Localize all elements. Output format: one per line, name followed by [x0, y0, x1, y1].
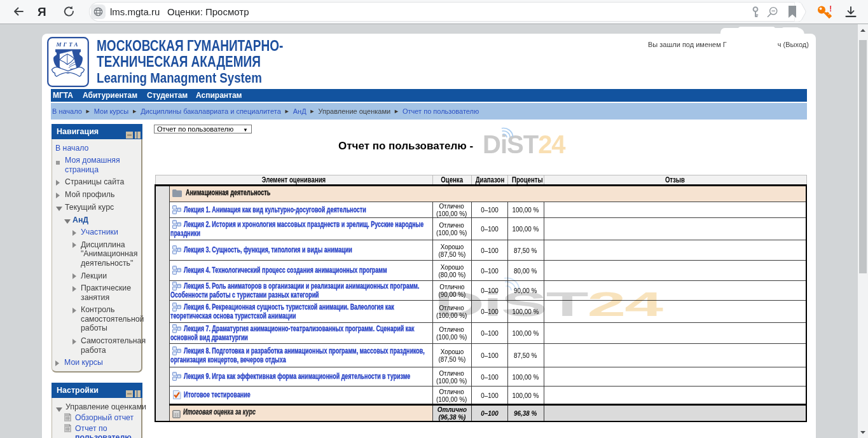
svg-text:!: !	[829, 5, 832, 13]
svg-text:МГТА: МГТА	[55, 41, 79, 48]
